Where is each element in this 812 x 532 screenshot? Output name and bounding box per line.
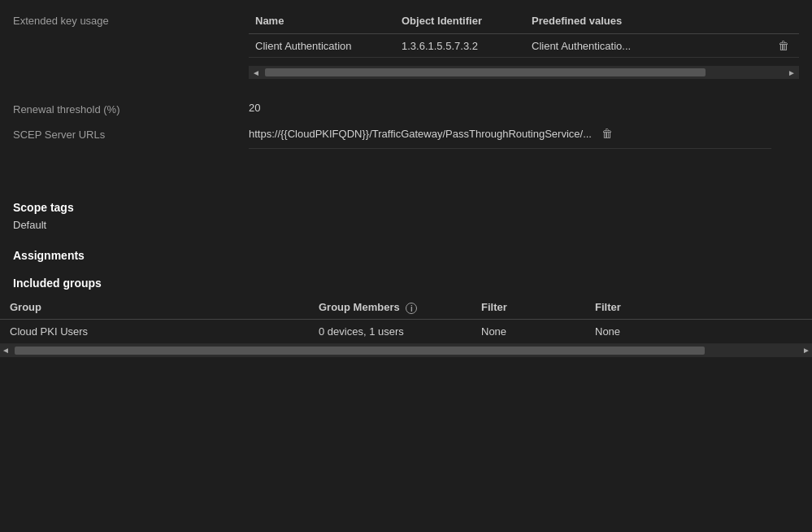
extended-key-usage-table: Name Object Identifier Predefined values… <box>249 11 799 58</box>
col-header-action <box>768 11 799 34</box>
cell-name: Client Authentication <box>249 34 395 58</box>
scroll-left-arrow[interactable]: ◄ <box>249 68 263 77</box>
groups-col-filter2: Filter <box>585 296 812 319</box>
cell-oid: 1.3.6.1.5.5.7.3.2 <box>395 34 525 58</box>
url-row: https://{{CloudPKIFQDN}}/TrafficGateway/… <box>249 125 799 142</box>
group-name-cell: Cloud PKI Users <box>0 319 309 343</box>
groups-col-members: Group Members i <box>309 296 471 319</box>
scep-delete-icon[interactable]: 🗑 <box>598 125 616 142</box>
renewal-threshold-text: 20 <box>249 100 799 116</box>
extended-key-usage-label: Extended key usage <box>13 11 249 27</box>
bottom-scrollbar-thumb[interactable] <box>15 347 705 355</box>
scroll-right-arrow[interactable]: ► <box>784 68 799 77</box>
groups-col-group: Group <box>0 296 309 319</box>
scrollbar-thumb[interactable] <box>265 68 706 76</box>
url-text: https://{{CloudPKIFQDN}}/TrafficGateway/… <box>249 128 592 140</box>
extended-key-usage-value-col: Name Object Identifier Predefined values… <box>249 11 799 79</box>
scope-tags-header: Scope tags <box>0 190 812 217</box>
bottom-scrollbar[interactable]: ◄ ► <box>0 344 812 357</box>
url-divider <box>249 148 771 149</box>
col-header-predefined: Predefined values <box>525 11 768 34</box>
assignments-header: Assignments <box>0 238 812 265</box>
group-filter-cell: None <box>471 319 585 343</box>
included-groups-header: Included groups <box>0 265 812 293</box>
scep-server-urls-row: SCEP Server URLs https://{{CloudPKIFQDN}… <box>0 120 812 157</box>
cell-delete[interactable]: 🗑 <box>768 34 799 58</box>
delete-icon[interactable]: 🗑 <box>775 37 792 54</box>
scrollbar-track: ◄ ► <box>249 66 799 79</box>
renewal-threshold-label: Renewal threshold (%) <box>13 100 249 116</box>
bottom-scroll-left-arrow[interactable]: ◄ <box>2 346 10 355</box>
horizontal-scrollbar[interactable]: ◄ ► <box>249 66 799 79</box>
group-filter2-cell: None <box>585 319 812 343</box>
main-container: Extended key usage Name Object Identifie… <box>0 0 812 364</box>
groups-col-filter: Filter <box>471 296 585 319</box>
renewal-threshold-value: 20 <box>249 100 799 116</box>
extended-key-usage-row: Extended key usage Name Object Identifie… <box>0 7 812 84</box>
scope-tags-value: Default <box>0 217 812 238</box>
group-row: Cloud PKI Users 0 devices, 1 users None … <box>0 319 812 343</box>
group-members-cell: 0 devices, 1 users <box>309 319 471 343</box>
renewal-threshold-row: Renewal threshold (%) 20 <box>0 95 812 120</box>
bottom-scroll-right-arrow[interactable]: ► <box>802 346 810 355</box>
groups-table: Group Group Members i Filter Filter Clou… <box>0 296 812 344</box>
info-icon[interactable]: i <box>406 303 417 314</box>
scep-server-urls-value: https://{{CloudPKIFQDN}}/TrafficGateway/… <box>249 125 799 152</box>
col-header-oid: Object Identifier <box>395 11 525 34</box>
col-header-name: Name <box>249 11 395 34</box>
table-row: Client Authentication 1.3.6.1.5.5.7.3.2 … <box>249 34 799 58</box>
scep-server-urls-label: SCEP Server URLs <box>13 125 249 141</box>
spacer <box>0 157 812 190</box>
cell-predefined: Client Authenticatio... <box>525 34 768 58</box>
